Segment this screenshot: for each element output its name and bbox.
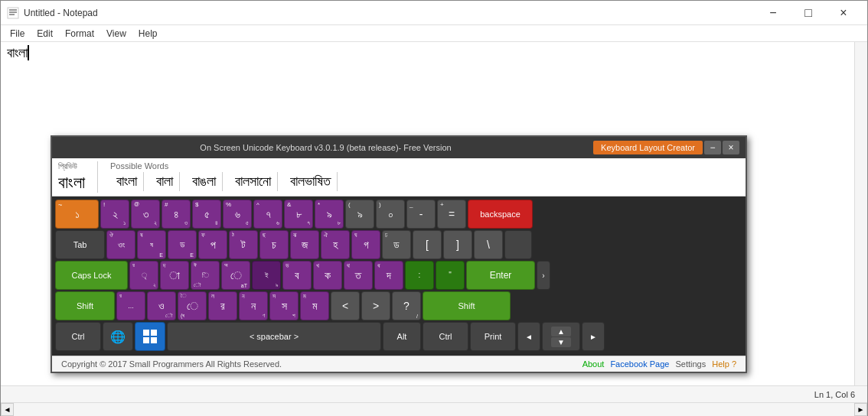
close-button[interactable]: × (826, 1, 861, 25)
key-bracket-close[interactable]: ] (443, 230, 472, 259)
key-h[interactable]: ভ ব (282, 261, 312, 290)
osk-minimize-button[interactable]: − (704, 141, 721, 154)
left-shift-key[interactable]: Shift (55, 291, 115, 320)
key-g[interactable]: ই ৯ (252, 261, 281, 290)
spacebar-key[interactable]: < spacebar > (167, 322, 381, 351)
key-6[interactable]: ^ ৭ ৬ (253, 200, 282, 229)
key-z[interactable]: র ... (116, 291, 145, 320)
alt-key[interactable]: Alt (383, 322, 421, 351)
key-y[interactable]: ছ চ (259, 230, 289, 259)
key-q[interactable]: ঔ ওং (106, 230, 135, 259)
key-w[interactable]: ষ ষ E (137, 230, 166, 259)
osk-word-2[interactable]: বাঙলা (186, 172, 223, 191)
scroll-right-arrow[interactable]: ► (854, 403, 867, 416)
horizontal-scrollbar[interactable]: ◄ ► (1, 402, 867, 415)
key-5[interactable]: % ৬ ৫ (223, 200, 252, 229)
menu-format[interactable]: Format (59, 27, 100, 41)
osk-word-1[interactable]: বালা (150, 172, 180, 191)
left-ctrl-key[interactable]: Ctrl (55, 322, 101, 351)
key-comma[interactable]: < (331, 291, 360, 320)
osk-divider (97, 161, 98, 193)
down-arrow-key[interactable]: ▼ (551, 337, 571, 347)
vertical-scrollbar[interactable] (854, 42, 867, 385)
key-x[interactable]: ও ৌ (147, 291, 176, 320)
key-a[interactable]: র ৃ ২ (129, 261, 158, 290)
osk-footer-copyright: Copyright © 2017 Small Programmers All R… (61, 359, 282, 369)
key-l[interactable]: ধ দ (374, 261, 403, 290)
caps-lock-key[interactable]: Caps Lock (55, 261, 128, 290)
menu-edit[interactable]: Edit (31, 27, 59, 41)
key-j[interactable]: খ ক (313, 261, 342, 290)
backspace-key[interactable]: backspace (468, 200, 533, 229)
key-t[interactable]: ঠ ট (229, 230, 258, 259)
up-arrow-key[interactable]: ▲ (551, 327, 571, 336)
osk-word-4[interactable]: বালভাষিত (284, 172, 338, 191)
key-3[interactable]: # ৪ ৩ (162, 200, 191, 229)
right-arrow-key[interactable]: ► (582, 322, 605, 351)
key-quote[interactable]: " (436, 261, 465, 290)
key-8[interactable]: * ৯ ৮ (315, 200, 344, 229)
osk-close-button[interactable]: × (723, 141, 739, 154)
key-n[interactable]: স স শ (269, 291, 299, 320)
key-k[interactable]: থ ত (344, 261, 373, 290)
keyboard-row-1: ~ ১ ! ২ ১ @ ৩ ২ # ৪ (55, 200, 742, 229)
key-1[interactable]: ! ২ ১ (100, 200, 129, 229)
menu-help[interactable]: Help (132, 27, 164, 41)
key-4[interactable]: $ ৫ ৪ (192, 200, 221, 229)
key-side[interactable]: › (537, 261, 550, 290)
enter-key[interactable]: Enter (466, 261, 535, 290)
key-e[interactable]: ড E (168, 230, 197, 259)
right-ctrl-key[interactable]: Ctrl (423, 322, 468, 351)
osk-words-list: বাংলা বালা বাঙলা বালসানো বালভাষিত (110, 172, 739, 191)
scroll-left-arrow[interactable]: ◄ (1, 403, 14, 416)
up-down-arrow-keys: ▲ ▼ (542, 322, 580, 351)
key-minus[interactable]: _ - (406, 200, 436, 229)
key-o[interactable]: ঘ গ (351, 230, 380, 259)
key-m[interactable]: ম ম (300, 291, 329, 320)
key-backtick[interactable]: ~ ১ (55, 200, 99, 229)
osk-help-link[interactable]: Help ? (712, 359, 736, 369)
key-f[interactable]: অ ে aT (221, 261, 250, 290)
key-r[interactable]: ফ প (198, 230, 227, 259)
key-u[interactable]: ঝ জ (290, 230, 319, 259)
key-slash[interactable]: ? / (392, 291, 421, 320)
print-key[interactable]: Print (470, 322, 516, 351)
osk-word-3[interactable]: বালসানো (229, 172, 278, 191)
key-bracket-open[interactable]: [ (413, 230, 442, 259)
key-c[interactable]: ৈ ে (ৰ (178, 291, 207, 320)
key-b[interactable]: ন ন ণ (239, 291, 268, 320)
keyboard-layout-creator-button[interactable]: Keyboard Layout Creator (593, 141, 703, 154)
key-period[interactable]: > (361, 291, 390, 320)
osk-facebook-link[interactable]: Facebook Page (610, 359, 669, 369)
key-backslash[interactable]: \ (474, 230, 503, 259)
editor-area[interactable]: বাংলা On Screen Unicode Keyboard v3.0.1.… (1, 42, 867, 385)
key-d[interactable]: ঈ ি ৌ (191, 261, 220, 290)
osk-word-0[interactable]: বাংলা (110, 172, 144, 191)
key-s[interactable]: দ া (160, 261, 189, 290)
key-0[interactable]: ) ০ (376, 200, 405, 229)
osk-settings-link[interactable]: Settings (675, 359, 706, 369)
key-p[interactable]: ঢ ড (382, 230, 411, 259)
menu-file[interactable]: File (4, 27, 31, 41)
key-7[interactable]: & ৮ ৭ (284, 200, 313, 229)
scroll-track[interactable] (14, 403, 854, 416)
svg-rect-5 (151, 330, 157, 336)
minimize-button[interactable]: − (755, 1, 791, 25)
key-semicolon[interactable]: : (405, 261, 434, 290)
key-9[interactable]: ( ৯ (345, 200, 374, 229)
windows-key-icon-area[interactable]: 🌐 (103, 322, 133, 351)
menu-view[interactable]: View (100, 27, 132, 41)
svg-rect-0 (8, 8, 18, 18)
key-2[interactable]: @ ৩ ২ (131, 200, 160, 229)
tab-key[interactable]: Tab (55, 230, 105, 259)
left-arrow-key[interactable]: ◄ (517, 322, 540, 351)
key-extra[interactable] (504, 230, 532, 259)
maximize-button[interactable]: □ (791, 1, 826, 25)
windows-key[interactable] (135, 322, 165, 351)
right-shift-key[interactable]: Shift (423, 291, 511, 320)
osk-about-link[interactable]: About (582, 359, 605, 369)
key-equals[interactable]: + = (437, 200, 466, 229)
osk-title-buttons: Keyboard Layout Creator − × (593, 141, 739, 154)
key-i[interactable]: ঐ হ (321, 230, 350, 259)
key-v[interactable]: ল র (208, 291, 237, 320)
